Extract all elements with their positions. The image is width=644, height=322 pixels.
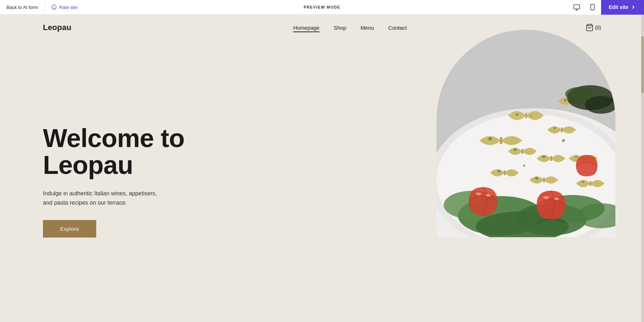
cart-icon[interactable]: (0) [586,24,601,31]
svg-point-26 [498,170,501,172]
svg-point-27 [575,156,577,158]
svg-point-30 [582,181,584,183]
svg-rect-22 [590,181,591,186]
rate-site-label: Rate site [59,5,77,10]
hero-food-image [436,30,615,237]
site-preview: Leopau Homepage Shop Menu Contact (0) We… [0,15,644,322]
svg-point-39 [516,113,518,116]
site-logo: Leopau [43,23,72,32]
rate-site-icon [51,4,57,10]
svg-point-24 [514,148,517,151]
svg-point-42 [579,102,580,103]
nav-links: Homepage Shop Menu Contact [293,25,407,31]
hero-title: Welcome to Leopau [43,125,229,179]
nav-link-homepage[interactable]: Homepage [293,25,319,31]
toolbar: Back to AI form Rate site PREVIEW MODE E… [0,0,644,15]
svg-point-31 [542,155,545,158]
svg-rect-4 [591,4,594,10]
rate-site-button[interactable]: Rate site [45,0,84,14]
chevron-right-icon [630,4,636,10]
svg-point-41 [564,99,566,101]
pasta-illustration [436,30,615,237]
back-to-form-label: Back to AI form [6,5,38,10]
svg-point-5 [592,9,592,9]
edit-site-label: Edit site [609,4,628,10]
toolbar-right: Edit site [570,0,644,15]
svg-rect-20 [543,177,545,182]
svg-rect-3 [574,5,580,9]
svg-point-32 [523,165,525,167]
mobile-icon [589,4,596,11]
hero-text: Welcome to Leopau Indulge in authentic I… [43,125,229,238]
svg-point-2 [55,6,55,7]
cart-count: (0) [595,25,601,30]
mobile-view-button[interactable] [585,0,600,15]
svg-point-33 [562,139,565,142]
svg-rect-34 [525,113,527,118]
hero-subtitle: Indulge in authentic Italian wines, appe… [43,189,157,207]
scrollbar-thumb[interactable] [641,36,644,93]
svg-point-29 [488,137,492,141]
back-to-form-button[interactable]: Back to AI form [0,0,45,14]
svg-point-40 [531,115,532,117]
desktop-icon [573,4,580,11]
svg-point-25 [553,127,556,129]
svg-point-0 [52,5,57,10]
svg-rect-18 [504,170,506,175]
svg-rect-16 [522,149,523,154]
shopping-bag-icon [586,24,594,31]
nav-link-contact[interactable]: Contact [388,25,407,31]
desktop-view-button[interactable] [570,0,584,15]
scrollbar[interactable] [641,15,644,322]
svg-point-1 [53,6,54,7]
svg-rect-17 [561,127,563,132]
svg-rect-23 [550,156,552,161]
nav-link-shop[interactable]: Shop [334,25,346,31]
edit-site-button[interactable]: Edit site [601,0,644,15]
nav-link-menu[interactable]: Menu [361,25,374,31]
explore-button[interactable]: Explore [43,220,96,238]
hero-section: Welcome to Leopau Indulge in authentic I… [0,40,644,322]
preview-mode-label: PREVIEW MODE [304,5,341,9]
svg-point-38 [565,87,594,101]
svg-rect-21 [500,137,502,144]
svg-point-28 [535,177,538,180]
